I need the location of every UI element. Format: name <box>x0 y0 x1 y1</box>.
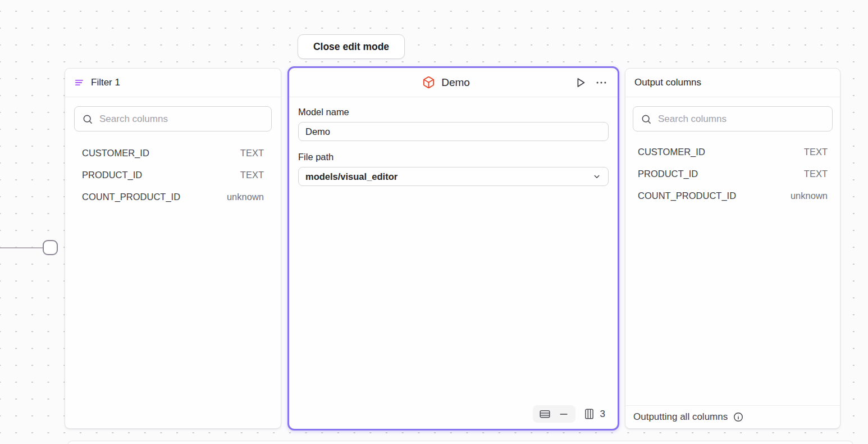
model-footer-toolbar: 3 <box>533 405 605 423</box>
chevron-down-icon <box>592 171 602 182</box>
column-row: PRODUCT_ID TEXT <box>74 164 272 186</box>
model-name-label: Model name <box>298 107 609 117</box>
filter-lines-icon <box>74 78 84 88</box>
filter-node-panel: Filter 1 CUSTOMER_ID TEXT PRODUCT_ID TEX… <box>65 68 281 429</box>
column-name: CUSTOMER_ID <box>82 148 149 158</box>
column-type: TEXT <box>804 147 828 157</box>
run-model-button[interactable] <box>574 76 587 89</box>
column-type: unknown <box>791 191 828 201</box>
preview-toggle-group <box>533 405 575 423</box>
search-icon <box>82 114 93 125</box>
filter-search-input[interactable] <box>99 114 264 125</box>
file-path-select[interactable]: models/visual_editor <box>298 167 609 186</box>
file-path-label: File path <box>298 152 609 162</box>
column-row: CUSTOMER_ID TEXT <box>74 142 272 164</box>
connector-handle[interactable] <box>43 240 58 255</box>
column-type: unknown <box>227 192 264 202</box>
model-node-panel-selected: Demo Model name File path models/visual_… <box>287 66 619 431</box>
column-count-value: 3 <box>600 409 605 420</box>
model-panel-title: Demo <box>441 76 470 89</box>
output-panel-header: Output columns <box>625 69 840 97</box>
connector-edge <box>0 247 43 248</box>
column-row: PRODUCT_ID TEXT <box>633 163 833 185</box>
search-icon <box>641 114 652 125</box>
filter-panel-title: Filter 1 <box>91 77 120 88</box>
filter-panel-header: Filter 1 <box>65 69 281 97</box>
filter-search-box <box>74 106 272 132</box>
column-name: COUNT_PRODUCT_ID <box>638 191 736 201</box>
model-panel-header: Demo <box>289 68 618 97</box>
output-column-list: CUSTOMER_ID TEXT PRODUCT_ID TEXT COUNT_P… <box>633 141 833 207</box>
column-count-indicator: 3 <box>583 408 605 420</box>
filter-column-list: CUSTOMER_ID TEXT PRODUCT_ID TEXT COUNT_P… <box>74 142 272 208</box>
model-name-input[interactable] <box>298 122 609 141</box>
columns-icon <box>583 408 595 420</box>
output-search-input[interactable] <box>658 114 825 125</box>
collapse-preview-button[interactable] <box>558 409 569 420</box>
model-cube-icon <box>422 76 435 89</box>
output-footer: Outputting all columns <box>625 405 840 428</box>
more-options-button[interactable] <box>595 76 607 89</box>
column-name: PRODUCT_ID <box>82 170 142 180</box>
close-edit-mode-button[interactable]: Close edit mode <box>298 34 405 59</box>
column-type: TEXT <box>240 170 264 180</box>
output-footer-text: Outputting all columns <box>633 411 728 423</box>
column-row: COUNT_PRODUCT_ID unknown <box>633 185 833 207</box>
info-icon[interactable] <box>733 411 744 423</box>
column-name: CUSTOMER_ID <box>638 147 705 157</box>
output-columns-panel: Output columns CUSTOMER_ID TEXT PRODUCT_… <box>625 68 840 429</box>
column-type: TEXT <box>804 169 828 179</box>
column-row: COUNT_PRODUCT_ID unknown <box>74 186 272 208</box>
column-type: TEXT <box>240 148 264 158</box>
bottom-panel-partial <box>67 441 853 444</box>
file-path-value: models/visual_editor <box>305 171 398 182</box>
column-name: COUNT_PRODUCT_ID <box>82 192 180 202</box>
output-search-box <box>633 106 833 132</box>
column-row: CUSTOMER_ID TEXT <box>633 141 833 163</box>
rows-view-button[interactable] <box>539 408 551 420</box>
column-name: PRODUCT_ID <box>638 169 698 179</box>
output-panel-title: Output columns <box>634 77 701 88</box>
